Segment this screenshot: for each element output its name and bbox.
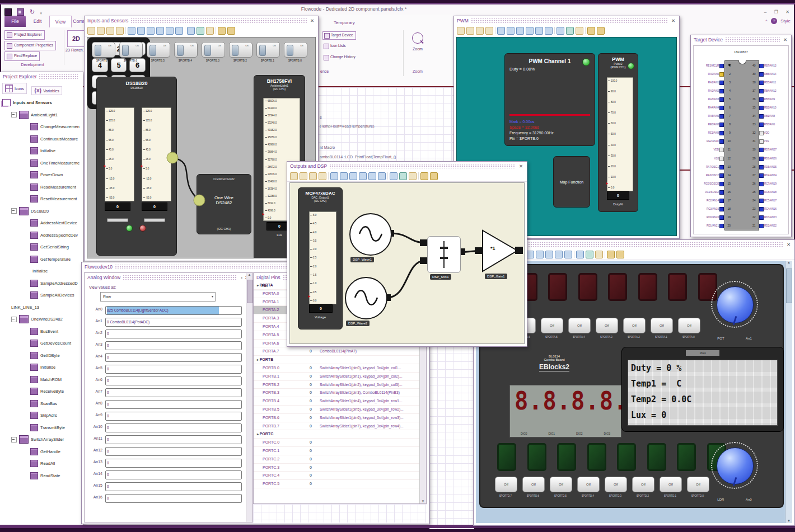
board-button[interactable]: Off bbox=[660, 477, 682, 492]
toolbar-icon[interactable] bbox=[216, 27, 216, 34]
inputs-canvas[interactable]: On $PORTB.7 On $PORTB.6 On $PORTB.5 bbox=[87, 37, 316, 258]
tree-item[interactable]: ReadState bbox=[0, 470, 83, 482]
tree-item[interactable]: SkipAdrs bbox=[0, 409, 83, 422]
toolbar-icon[interactable] bbox=[605, 251, 605, 258]
tree-item[interactable]: SwitchArraySlider bbox=[0, 434, 83, 446]
option-change-history[interactable]: Change History bbox=[322, 54, 358, 61]
view-values-dropdown[interactable]: Raw ▾ bbox=[100, 292, 216, 302]
onewire-ds2482-component[interactable]: OneWireDS2482 One Wire DS2482 (I2C CH1) bbox=[197, 174, 251, 234]
toolbar-icon[interactable] bbox=[166, 27, 174, 35]
tree-item[interactable]: Initialise bbox=[0, 361, 83, 374]
board-button[interactable]: Off bbox=[541, 318, 563, 333]
toggle-switch[interactable]: On bbox=[256, 42, 280, 58]
toolbar-icon[interactable] bbox=[576, 251, 584, 258]
analog-value-field[interactable]: 0 bbox=[105, 447, 242, 456]
dsp-canvas[interactable]: MCP47x6DAC DAC_Output1 (I2C CH2) 5.04.54… bbox=[289, 182, 525, 344]
toggle-switch[interactable]: On bbox=[284, 42, 307, 58]
toolbar-icon[interactable] bbox=[476, 27, 484, 35]
toggle-switch[interactable]: On bbox=[147, 42, 170, 58]
toggle-switch[interactable]: On bbox=[119, 42, 143, 58]
toolbar-icon[interactable] bbox=[526, 251, 534, 258]
ds18b20-component[interactable]: DS18B20 DS18B20 125.0105.085.065.045.025… bbox=[96, 77, 177, 256]
analog-value-field[interactable]: 0 bbox=[105, 341, 242, 350]
panel-titlebar[interactable]: PWM ✕ bbox=[454, 16, 679, 25]
toolbar-icon[interactable] bbox=[574, 251, 574, 258]
digital-pin-row[interactable]: PORTC.1 0 bbox=[254, 447, 420, 455]
tree-item[interactable]: GetSerialString bbox=[0, 241, 83, 253]
toolbar-icon[interactable] bbox=[485, 27, 493, 35]
toolbar-icon[interactable] bbox=[555, 251, 563, 258]
toolbar-icon[interactable] bbox=[586, 251, 593, 258]
toolbar-icon[interactable] bbox=[587, 27, 595, 35]
analog-value-field[interactable]: 825 ComboBL0114(LightSensor ADC) bbox=[105, 306, 242, 315]
toggle-switch[interactable]: On bbox=[92, 42, 115, 58]
board-button[interactable]: Off bbox=[651, 318, 673, 333]
tree-item[interactable]: TransmitByte bbox=[0, 422, 83, 434]
toolbar-icon[interactable] bbox=[147, 27, 155, 35]
map-function-component[interactable]: Map Function bbox=[553, 156, 590, 208]
style-label[interactable]: Style bbox=[780, 18, 791, 23]
tree-item[interactable]: ReadMeasurement bbox=[0, 181, 83, 194]
analog-value-field[interactable]: 0 bbox=[105, 423, 242, 432]
tree-item[interactable]: SampleAllDevices bbox=[0, 289, 83, 302]
board-button[interactable]: Off bbox=[605, 477, 627, 492]
digital-pin-row[interactable]: PORTC.0 0 bbox=[254, 439, 420, 447]
expand-icon[interactable] bbox=[11, 317, 17, 322]
tree-item[interactable]: Initialise bbox=[0, 145, 83, 157]
analog-value-field[interactable]: 0 bbox=[105, 412, 242, 421]
tree-item[interactable]: ReadAll bbox=[0, 458, 83, 470]
toolbar-icon[interactable] bbox=[545, 27, 553, 35]
toolbar-icon[interactable] bbox=[185, 27, 185, 34]
toolbar-icon[interactable] bbox=[409, 172, 417, 180]
digital-pin-row[interactable]: PORTC bbox=[254, 430, 420, 439]
toolbar-icon[interactable] bbox=[125, 27, 126, 34]
toggle-switch[interactable]: On bbox=[229, 42, 252, 58]
digital-pin-row[interactable]: PORTB.2 0 SwitchArraySlider1(pin2), keyp… bbox=[254, 381, 420, 389]
close-icon[interactable]: ✕ bbox=[309, 18, 315, 23]
scrollbar-thumb[interactable] bbox=[247, 280, 252, 303]
toolbar-icon[interactable] bbox=[328, 172, 329, 180]
option-icon-lists[interactable]: Icon Lists bbox=[322, 43, 348, 50]
expand-icon[interactable] bbox=[11, 112, 17, 117]
tree-item[interactable]: LINK_LINE_13 bbox=[0, 302, 83, 314]
analog-value-field[interactable]: 0 bbox=[105, 482, 242, 491]
maximize-icon[interactable]: ❐ bbox=[774, 10, 778, 15]
toolbar-icon[interactable] bbox=[554, 27, 555, 34]
digital-pin-row[interactable]: PORTC.4 0 bbox=[254, 472, 420, 480]
panel-titlebar[interactable]: Outputs and DSP ✕ bbox=[287, 162, 527, 171]
toolbar-icon[interactable] bbox=[545, 251, 553, 258]
dsp-mixer-component[interactable] bbox=[427, 236, 461, 273]
toolbar-icon[interactable] bbox=[616, 251, 624, 258]
vertical-scrollbar[interactable]: ▲ bbox=[246, 273, 252, 522]
tree-item[interactable]: SampleAddressedD bbox=[0, 277, 83, 290]
analog-value-field[interactable]: 0 bbox=[105, 353, 242, 362]
minimize-icon[interactable]: – bbox=[764, 10, 766, 15]
toolbar-icon[interactable] bbox=[309, 172, 317, 180]
panel-titlebar[interactable]: Target Device ✕ bbox=[691, 35, 791, 44]
board-button[interactable]: Off bbox=[687, 477, 709, 492]
option-target-device[interactable]: Target Device bbox=[322, 31, 356, 40]
toolbar-icon[interactable] bbox=[106, 27, 114, 35]
pwm-channel-component[interactable]: PWM Channel 1 Duty = 0.00% Mark = 0.00us… bbox=[504, 53, 595, 146]
component-properties-button[interactable]: Component Properties bbox=[4, 41, 56, 50]
tree-item[interactable]: PowerDown bbox=[0, 169, 83, 181]
toolbar-icon[interactable] bbox=[128, 27, 135, 35]
scroll-up-icon[interactable]: ▲ bbox=[785, 261, 792, 264]
toolbar-icon[interactable] bbox=[526, 27, 534, 35]
tree-item[interactable]: MatchROM bbox=[0, 374, 83, 386]
close-icon[interactable]: ✕ bbox=[785, 242, 792, 247]
panel-titlebar[interactable]: Project Explorer bbox=[0, 72, 83, 81]
analog-value-field[interactable]: 0 ComboBL0114(PotADC) bbox=[105, 318, 242, 327]
toolbar-icon[interactable] bbox=[556, 27, 564, 35]
analog-value-field[interactable]: 0 bbox=[105, 470, 242, 479]
toolbar-icon[interactable] bbox=[430, 172, 438, 180]
close-icon[interactable]: ✕ bbox=[785, 10, 789, 15]
toolbar-icon[interactable] bbox=[378, 172, 386, 180]
board-button[interactable]: Off bbox=[568, 318, 591, 333]
toolbar-icon[interactable] bbox=[595, 251, 603, 258]
toggle-switch[interactable]: On bbox=[174, 42, 198, 58]
analog-value-field[interactable]: 0 bbox=[105, 400, 242, 409]
toggle-switch[interactable]: On bbox=[202, 42, 225, 58]
board-button[interactable]: Off bbox=[577, 477, 600, 492]
find-replace-button[interactable]: Find/Replace bbox=[4, 51, 40, 61]
